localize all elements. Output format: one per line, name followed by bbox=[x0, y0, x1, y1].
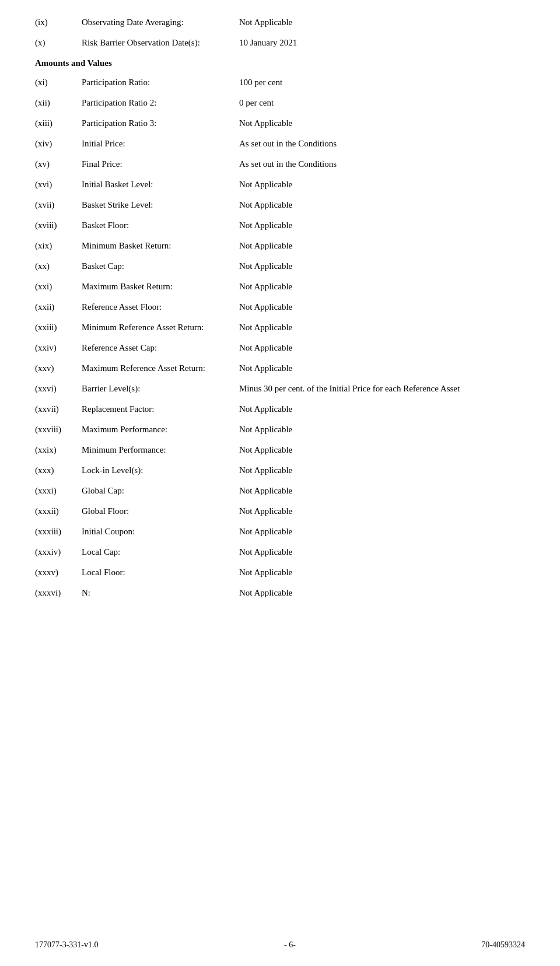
table-row: (xix)Minimum Basket Return:Not Applicabl… bbox=[35, 241, 525, 251]
row-label: Global Floor: bbox=[82, 506, 239, 516]
row-value: Not Applicable bbox=[239, 486, 525, 496]
row-label: Final Price: bbox=[82, 159, 239, 169]
row-number: (xxxiii) bbox=[35, 527, 82, 537]
row-value: Not Applicable bbox=[239, 343, 525, 353]
table-row: (xxii)Reference Asset Floor:Not Applicab… bbox=[35, 302, 525, 312]
table-row: (xxix)Minimum Performance:Not Applicable bbox=[35, 445, 525, 455]
row-value: Not Applicable bbox=[239, 261, 525, 271]
table-row: (xxviii)Maximum Performance:Not Applicab… bbox=[35, 425, 525, 435]
row-value: Not Applicable bbox=[239, 241, 525, 251]
table-row: (xxxiii)Initial Coupon:Not Applicable bbox=[35, 527, 525, 537]
row-label: Reference Asset Cap: bbox=[82, 343, 239, 353]
row-label: Replacement Factor: bbox=[82, 404, 239, 414]
table-row: (xxxi)Global Cap:Not Applicable bbox=[35, 486, 525, 496]
row-value: As set out in the Conditions bbox=[239, 139, 525, 149]
row-number: (xxii) bbox=[35, 302, 82, 312]
row-value: Not Applicable bbox=[239, 200, 525, 210]
row-value: Not Applicable bbox=[239, 466, 525, 475]
table-row: (x)Risk Barrier Observation Date(s):10 J… bbox=[35, 38, 525, 48]
row-value: As set out in the Conditions bbox=[239, 159, 525, 169]
table-row: (xxvii)Replacement Factor:Not Applicable bbox=[35, 404, 525, 414]
row-value: Not Applicable bbox=[239, 282, 525, 292]
footer-left: 177077-3-331-v1.0 bbox=[35, 940, 99, 950]
row-value: Minus 30 per cent. of the Initial Price … bbox=[239, 384, 525, 394]
table-row: (xxiii)Minimum Reference Asset Return:No… bbox=[35, 323, 525, 332]
row-number: (xxix) bbox=[35, 445, 82, 455]
row-number: (xxxv) bbox=[35, 568, 82, 578]
row-value: Not Applicable bbox=[239, 527, 525, 537]
table-row: (xxxiv)Local Cap:Not Applicable bbox=[35, 547, 525, 557]
row-label: Minimum Performance: bbox=[82, 445, 239, 455]
table-row: (xi)Participation Ratio:100 per cent bbox=[35, 78, 525, 88]
row-label: Participation Ratio 2: bbox=[82, 98, 239, 108]
table-row: (xxvi)Barrier Level(s):Minus 30 per cent… bbox=[35, 384, 525, 394]
row-number: (xxvi) bbox=[35, 384, 82, 394]
row-label: Basket Strike Level: bbox=[82, 200, 239, 210]
table-row: (xv)Final Price:As set out in the Condit… bbox=[35, 159, 525, 169]
row-label: Minimum Reference Asset Return: bbox=[82, 323, 239, 332]
row-label: Observating Date Averaging: bbox=[82, 18, 239, 27]
row-label: Local Cap: bbox=[82, 547, 239, 557]
table-row: (xviii)Basket Floor:Not Applicable bbox=[35, 220, 525, 230]
row-label: Barrier Level(s): bbox=[82, 384, 239, 394]
row-label: Local Floor: bbox=[82, 568, 239, 578]
row-number: (xxv) bbox=[35, 363, 82, 373]
table-row: (xxxvi)N:Not Applicable bbox=[35, 588, 525, 598]
row-number: (xxxiv) bbox=[35, 547, 82, 557]
row-number: (xix) bbox=[35, 241, 82, 251]
row-number: (xxiv) bbox=[35, 343, 82, 353]
row-number: (xvii) bbox=[35, 200, 82, 210]
row-number: (xxxi) bbox=[35, 486, 82, 496]
row-value: Not Applicable bbox=[239, 588, 525, 598]
row-label: Maximum Reference Asset Return: bbox=[82, 363, 239, 373]
table-row: (xiv)Initial Price:As set out in the Con… bbox=[35, 139, 525, 149]
table-row: (xvii)Basket Strike Level:Not Applicable bbox=[35, 200, 525, 210]
row-label: Reference Asset Floor: bbox=[82, 302, 239, 312]
row-value: Not Applicable bbox=[239, 18, 525, 27]
row-number: (xvi) bbox=[35, 180, 82, 190]
table-row: (xxi)Maximum Basket Return:Not Applicabl… bbox=[35, 282, 525, 292]
row-number: (xii) bbox=[35, 98, 82, 108]
row-value: Not Applicable bbox=[239, 404, 525, 414]
row-label: N: bbox=[82, 588, 239, 598]
row-number: (xxx) bbox=[35, 466, 82, 475]
row-value: Not Applicable bbox=[239, 445, 525, 455]
row-number: (ix) bbox=[35, 18, 82, 27]
row-value: Not Applicable bbox=[239, 323, 525, 332]
row-number: (xiv) bbox=[35, 139, 82, 149]
table-row: (xii)Participation Ratio 2:0 per cent bbox=[35, 98, 525, 108]
row-number: (xviii) bbox=[35, 220, 82, 230]
row-value: Not Applicable bbox=[239, 180, 525, 190]
table-row: (xxxii)Global Floor:Not Applicable bbox=[35, 506, 525, 516]
footer-right: 70-40593324 bbox=[481, 940, 525, 950]
row-label: Risk Barrier Observation Date(s): bbox=[82, 38, 239, 48]
row-value: Not Applicable bbox=[239, 302, 525, 312]
row-label: Participation Ratio 3: bbox=[82, 118, 239, 128]
row-number: (xiii) bbox=[35, 118, 82, 128]
row-label: Global Cap: bbox=[82, 486, 239, 496]
table-row: (xxxv)Local Floor:Not Applicable bbox=[35, 568, 525, 578]
row-number: (xxxvi) bbox=[35, 588, 82, 598]
row-value: Not Applicable bbox=[239, 118, 525, 128]
row-value: Not Applicable bbox=[239, 547, 525, 557]
table-row: (xx)Basket Cap:Not Applicable bbox=[35, 261, 525, 271]
row-number: (x) bbox=[35, 38, 82, 48]
row-value: Not Applicable bbox=[239, 363, 525, 373]
row-value: Not Applicable bbox=[239, 425, 525, 435]
row-value: Not Applicable bbox=[239, 220, 525, 230]
row-label: Initial Coupon: bbox=[82, 527, 239, 537]
row-value: Not Applicable bbox=[239, 506, 525, 516]
row-value: 0 per cent bbox=[239, 98, 525, 108]
document-content: (ix)Observating Date Averaging:Not Appli… bbox=[35, 18, 525, 598]
row-number: (xxvii) bbox=[35, 404, 82, 414]
row-number: (xxiii) bbox=[35, 323, 82, 332]
row-number: (xi) bbox=[35, 78, 82, 88]
row-value: Not Applicable bbox=[239, 568, 525, 578]
row-number: (xxviii) bbox=[35, 425, 82, 435]
footer-center: - 6- bbox=[99, 940, 482, 950]
row-value: 100 per cent bbox=[239, 78, 525, 88]
row-label: Maximum Performance: bbox=[82, 425, 239, 435]
footer: 177077-3-331-v1.0 - 6- 70-40593324 bbox=[35, 940, 525, 950]
table-row: (xvi)Initial Basket Level:Not Applicable bbox=[35, 180, 525, 190]
section-heading: Amounts and Values bbox=[35, 58, 525, 68]
